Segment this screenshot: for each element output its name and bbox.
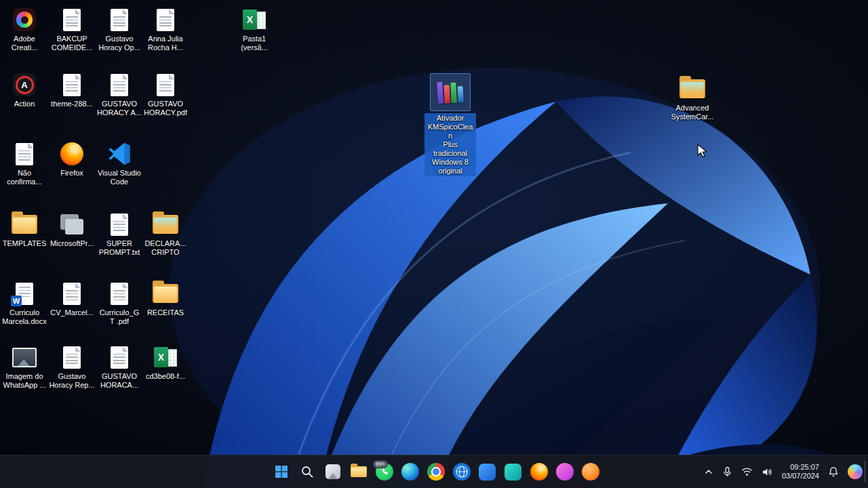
- desktop-icon-gustavo-horacy-a[interactable]: GUSTAVO HORACY A...: [96, 72, 142, 117]
- teal-app-button[interactable]: [500, 458, 526, 485]
- tray-time: 09:25:07: [782, 463, 819, 472]
- speaker-icon: [762, 467, 773, 477]
- desktop-icon-label: Curriculo_G T .pdf: [96, 308, 142, 326]
- desktop-icon-label: Firefox: [60, 169, 83, 178]
- whatsapp-button[interactable]: 99+: [372, 458, 397, 485]
- firefox-icon: [59, 141, 85, 167]
- desktop-icon-gustavo-horaca[interactable]: GUSTAVO HORACA...: [96, 344, 142, 390]
- file-explorer-icon: [351, 466, 367, 477]
- whatsapp-unread-badge: 99+: [373, 460, 388, 468]
- document-icon: [59, 7, 85, 33]
- desktop-icon-label: cd3be08-f...: [146, 372, 185, 381]
- volume-tray-button[interactable]: [760, 460, 774, 483]
- desktop-icon-firefox[interactable]: Firefox: [49, 141, 95, 178]
- search-button[interactable]: [294, 458, 319, 485]
- orange-app-button[interactable]: [578, 458, 603, 485]
- desktop-icon-label: Não confirma...: [1, 169, 47, 186]
- desktop-icon-nao-confirma[interactable]: Não confirma...: [1, 141, 47, 186]
- photos-app-button[interactable]: [320, 458, 345, 485]
- document-icon: [59, 344, 85, 370]
- desktop-icon-adobe-creative-cloud[interactable]: Adobe Creati...: [1, 7, 47, 52]
- desktop-icon-declara-cripto[interactable]: DECLARA... CRIPTO: [142, 211, 189, 257]
- desktop-icon-label: BAKCUP COMEIDE...: [49, 35, 95, 52]
- teal-app-icon: [505, 464, 521, 481]
- taskbar-center-icons: 99+: [269, 458, 603, 485]
- document-icon: [106, 211, 132, 237]
- excel-file-icon: [241, 7, 267, 33]
- blue-app-button[interactable]: [475, 458, 500, 485]
- chrome-button[interactable]: [423, 458, 448, 485]
- desktop-icon-cv-marcel[interactable]: CV_Marcel...: [49, 281, 95, 317]
- document-icon: [59, 281, 85, 306]
- windows-logo-icon: [275, 465, 288, 479]
- microphone-icon: [722, 466, 732, 477]
- notification-bell-icon: [828, 466, 839, 477]
- copilot-button[interactable]: [846, 460, 864, 483]
- desktop-icon-label: GUSTAVO HORACY A...: [96, 100, 142, 117]
- desktop-icon-curriculo-g[interactable]: Curriculo_G T .pdf: [96, 281, 142, 326]
- microphone-tray-button[interactable]: [721, 460, 734, 483]
- folder-icon: [153, 281, 178, 306]
- selected-archive-label: Ativador KMSpicoClean Plus tradicional W…: [425, 113, 476, 176]
- desktop-icon-curriculo-marcela[interactable]: Curriculo Marcela.docx: [1, 281, 47, 326]
- desktop-icon-label: RECEITAS: [147, 308, 184, 317]
- globe-icon: [453, 463, 471, 481]
- pink-app-button[interactable]: [552, 458, 577, 485]
- word-file-icon: [12, 281, 37, 306]
- desktop-icon-imagem-whatsapp[interactable]: Imagem do WhatsApp ...: [1, 344, 47, 390]
- desktop-icon-label: theme-288...: [51, 100, 93, 108]
- desktop-icon-selected-archive[interactable]: Ativador KMSpicoClean Plus tradicional W…: [427, 73, 473, 176]
- vscode-icon: [106, 141, 132, 167]
- copilot-icon: [848, 464, 863, 479]
- document-icon: [106, 72, 132, 98]
- desktop-icon-pasta1-excel[interactable]: Pasta1 (versã...: [231, 7, 277, 52]
- desktop-icon-action[interactable]: Action: [1, 72, 47, 108]
- desktop-icon-advanced-systemcare[interactable]: Advanced SystemCar...: [669, 76, 715, 121]
- globe-app-button[interactable]: [449, 458, 474, 485]
- desktop-icon-receitas[interactable]: RECEITAS: [142, 281, 189, 317]
- edge-icon: [401, 463, 419, 481]
- search-icon: [300, 465, 314, 479]
- firefox-button[interactable]: [526, 458, 551, 485]
- desktop-icon-label: Pasta1 (versã...: [231, 35, 277, 52]
- blue-app-icon: [479, 464, 496, 481]
- start-button[interactable]: [269, 458, 294, 485]
- desktop-icon-theme[interactable]: theme-288...: [49, 72, 95, 108]
- desktop-icon-label: Gustavo Horacy Rep...: [49, 372, 95, 390]
- winrar-archive-icon: [430, 73, 471, 111]
- file-explorer-button[interactable]: [346, 458, 371, 485]
- desktop-icon-gustavo-rep[interactable]: Gustavo Horacy Rep...: [49, 344, 95, 390]
- document-icon: [106, 344, 132, 370]
- edge-button[interactable]: [397, 458, 422, 485]
- desktop-icon-gustavo-horacy-pdf[interactable]: GUSTAVO HORACY.pdf: [142, 72, 189, 117]
- network-tray-button[interactable]: [740, 460, 754, 483]
- tray-date: 03/07/2024: [782, 472, 819, 481]
- desktop-icon-bakcup-comeide[interactable]: BAKCUP COMEIDE...: [49, 7, 95, 52]
- desktop-icon-label: GUSTAVO HORACY.pdf: [142, 100, 189, 117]
- desktop-icon-label: Anna Julia Rocha H...: [142, 35, 189, 52]
- desktop-icon-microsoftpr[interactable]: MicrosoftPr...: [49, 211, 95, 248]
- desktop-icon-cd3be08-excel[interactable]: cd3be08-f...: [142, 344, 189, 381]
- desktop-icon-label: Visual Studio Code: [96, 169, 142, 186]
- desktop-icon-label: GUSTAVO HORACA...: [96, 372, 142, 390]
- chrome-icon: [427, 463, 445, 481]
- folder-icon: [679, 76, 705, 102]
- notification-center-button[interactable]: [827, 460, 840, 483]
- hidden-icons-button[interactable]: [703, 460, 715, 483]
- document-icon: [106, 281, 132, 306]
- desktop-icon-vscode[interactable]: Visual Studio Code: [96, 141, 142, 186]
- document-icon: [12, 141, 37, 167]
- desktop-icon-super-prompt[interactable]: SUPER PROMPT.txt: [96, 211, 142, 257]
- document-icon: [153, 7, 178, 33]
- stacked-files-icon: [59, 211, 85, 237]
- orange-app-icon: [582, 463, 599, 481]
- desktop-icon-label: Adobe Creati...: [1, 35, 47, 52]
- clock[interactable]: 09:25:07 03/07/2024: [781, 460, 821, 483]
- desktop-icon-anna-julia[interactable]: Anna Julia Rocha H...: [142, 7, 189, 52]
- photos-icon: [326, 464, 340, 479]
- desktop-icon-label: Imagem do WhatsApp ...: [1, 372, 47, 390]
- show-desktop-button[interactable]: [865, 461, 868, 483]
- desktop-icon-templates[interactable]: TEMPLATES: [1, 211, 47, 248]
- folder-icon: [153, 211, 178, 237]
- desktop-icon-gustavo-horacy-op[interactable]: Gustavo Horacy Op...: [96, 7, 142, 52]
